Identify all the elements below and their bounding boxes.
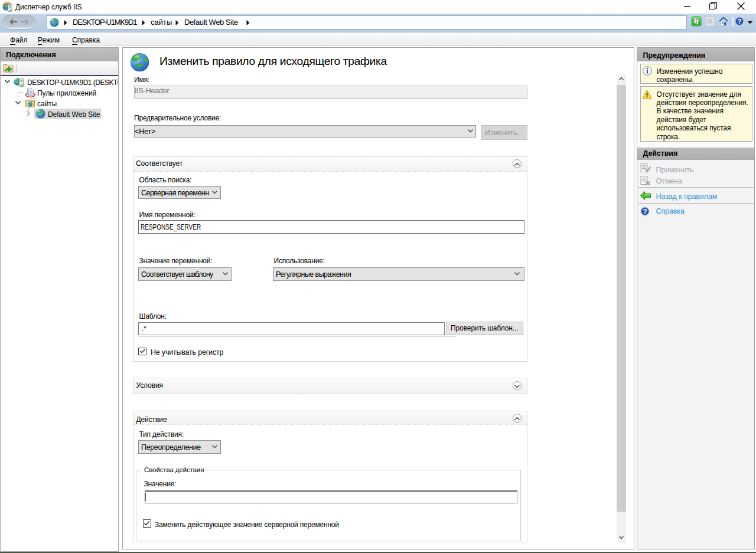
svg-text:?: ?	[738, 18, 742, 25]
svg-text:?: ?	[643, 208, 647, 215]
